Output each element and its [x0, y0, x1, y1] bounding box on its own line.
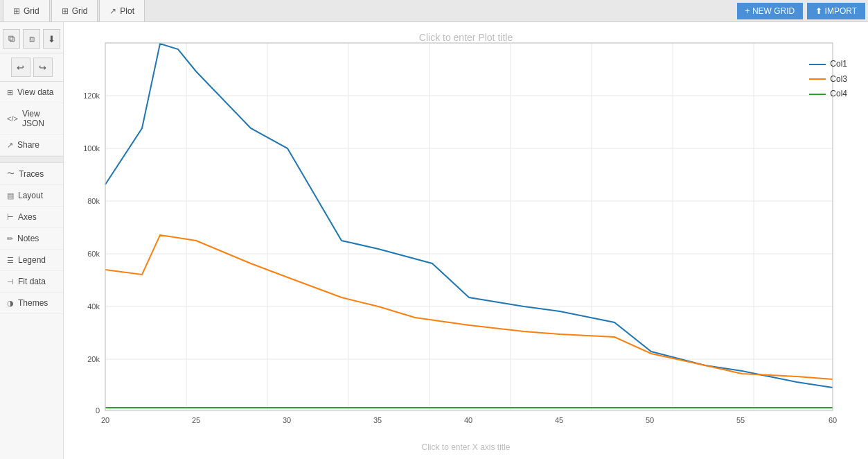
- undo-button[interactable]: ↩: [11, 58, 30, 77]
- legend-col1-label: Col1: [830, 57, 847, 72]
- new-grid-button[interactable]: + NEW GRID: [737, 3, 804, 19]
- legend-item[interactable]: ☰ Legend: [0, 250, 63, 271]
- tab-plot[interactable]: ↗ Plot: [99, 0, 145, 21]
- sidebar-divider: [0, 156, 63, 163]
- legend-col4: Col4: [809, 87, 847, 102]
- svg-text:80k: 80k: [87, 197, 100, 205]
- grid-icon-1: ⊞: [13, 6, 20, 16]
- svg-text:60: 60: [829, 416, 837, 424]
- svg-text:45: 45: [555, 416, 563, 424]
- copy-button[interactable]: ⧉: [3, 29, 20, 49]
- svg-text:100k: 100k: [83, 144, 100, 153]
- legend-col3-line: [809, 78, 826, 80]
- legend-col4-label: Col4: [830, 87, 847, 102]
- x-axis-title[interactable]: Click to enter X axis title: [64, 442, 868, 452]
- tab-grid-2[interactable]: ⊞ Grid: [51, 0, 98, 21]
- grid-icon-2: ⊞: [62, 6, 69, 16]
- chart-svg: 0 20k 40k 60k 80k 100k 120k 20 25 30 35 …: [64, 22, 868, 452]
- tab-grid-1[interactable]: ⊞ Grid: [3, 0, 50, 21]
- svg-text:30: 30: [283, 416, 291, 424]
- view-data-item[interactable]: ⊞ View data: [0, 82, 63, 103]
- sidebar-icon-group-1: ⧉ ⧈ ⬇: [0, 25, 63, 53]
- share-icon: ↗: [7, 141, 13, 150]
- chart-icon: ↗: [109, 6, 116, 16]
- axes-item[interactable]: ⊢ Axes: [0, 207, 63, 228]
- axes-icon: ⊢: [7, 213, 14, 222]
- svg-text:20: 20: [101, 416, 109, 424]
- notes-icon: ✏: [7, 234, 13, 243]
- themes-item[interactable]: ◑ Themes: [0, 293, 63, 314]
- import-button[interactable]: ⬆ IMPORT: [807, 3, 865, 19]
- sidebar-icon-group-2: ↩ ↪: [0, 53, 63, 82]
- fit-data-icon: ⊣: [7, 277, 14, 286]
- svg-text:25: 25: [192, 416, 200, 424]
- redo-button[interactable]: ↪: [33, 58, 53, 77]
- fit-data-item[interactable]: ⊣ Fit data: [0, 271, 63, 293]
- svg-text:50: 50: [646, 416, 654, 424]
- share-item[interactable]: ↗ Share: [0, 135, 63, 156]
- traces-item[interactable]: 〜 Traces: [0, 163, 63, 185]
- legend-col4-line: [809, 94, 826, 95]
- svg-text:20k: 20k: [87, 355, 100, 363]
- grid-small-icon: ⊞: [7, 88, 13, 97]
- legend-col1-line: [809, 64, 826, 65]
- layout-item[interactable]: ▤ Layout: [0, 185, 63, 207]
- svg-text:55: 55: [736, 416, 745, 424]
- notes-item[interactable]: ✏ Notes: [0, 228, 63, 250]
- download-button[interactable]: ⬇: [43, 29, 60, 49]
- svg-text:35: 35: [373, 416, 382, 424]
- json-icon: </>: [7, 114, 18, 123]
- traces-icon: 〜: [7, 168, 15, 179]
- legend-col3: Col3: [809, 72, 847, 87]
- svg-rect-0: [105, 43, 833, 410]
- themes-icon: ◑: [7, 299, 14, 308]
- legend-col3-label: Col3: [830, 72, 847, 87]
- legend-icon: ☰: [7, 256, 14, 265]
- chart-container: Click to enter Plot title Click to enter…: [64, 22, 868, 459]
- main-layout: ⧉ ⧈ ⬇ ↩ ↪ ⊞ View data </> View JSON ↗ Sh…: [0, 22, 868, 459]
- svg-text:60k: 60k: [87, 250, 100, 258]
- chart-legend: Col1 Col3 Col4: [809, 57, 847, 102]
- clone-button[interactable]: ⧈: [23, 29, 40, 49]
- layout-icon: ▤: [7, 191, 14, 200]
- view-json-item[interactable]: </> View JSON: [0, 103, 63, 135]
- svg-text:40k: 40k: [87, 302, 100, 311]
- svg-text:0: 0: [96, 406, 100, 415]
- sidebar: ⧉ ⧈ ⬇ ↩ ↪ ⊞ View data </> View JSON ↗ Sh…: [0, 22, 64, 459]
- svg-text:40: 40: [464, 416, 472, 424]
- top-tab-bar: ⊞ Grid ⊞ Grid ↗ Plot + NEW GRID ⬆ IMPORT: [0, 0, 868, 22]
- legend-col1: Col1: [809, 57, 847, 72]
- svg-text:120k: 120k: [83, 92, 100, 100]
- chart-area: Click to enter Plot title Click to enter…: [64, 22, 868, 459]
